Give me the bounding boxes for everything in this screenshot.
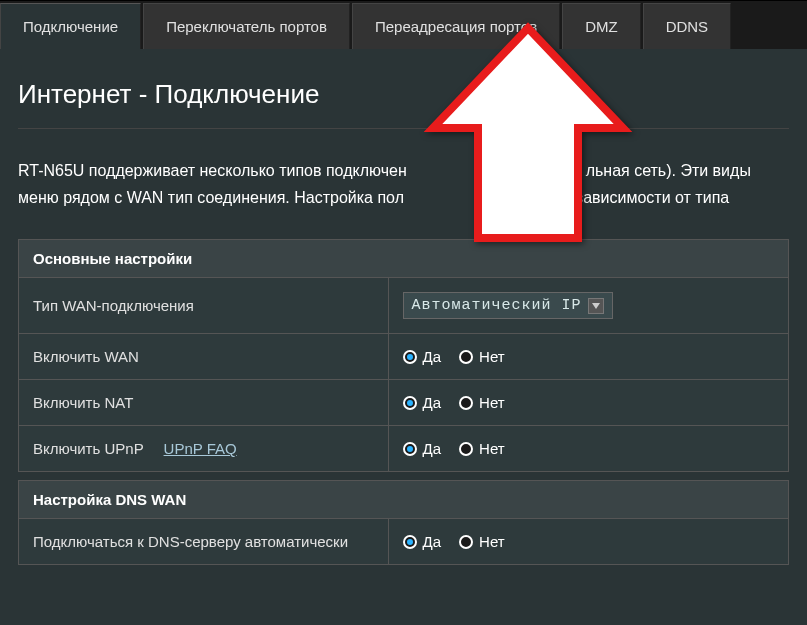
radio-label-yes: Да xyxy=(423,348,442,365)
enable-upnp-radio-group: Да Нет xyxy=(403,440,774,457)
dns-settings-header: Настройка DNS WAN xyxy=(19,481,789,519)
radio-label-no: Нет xyxy=(479,348,505,365)
wan-type-select[interactable]: Автоматический IP xyxy=(403,292,613,319)
content-area: Интернет - Подключение RT-N65U поддержив… xyxy=(0,49,807,565)
radio-label-yes: Да xyxy=(423,533,442,550)
desc-part3: меню рядом с WAN тип соединения. Настрой… xyxy=(18,189,404,206)
desc-part4: в зависимости от типа xyxy=(563,189,729,206)
enable-wan-label: Включить WAN xyxy=(19,334,389,380)
dns-settings-table: Настройка DNS WAN Подключаться к DNS-сер… xyxy=(18,480,789,565)
basic-settings-table: Основные настройки Тип WAN-подключения А… xyxy=(18,239,789,472)
tab-connection[interactable]: Подключение xyxy=(0,3,141,49)
radio-label-yes: Да xyxy=(423,440,442,457)
enable-wan-yes-radio[interactable] xyxy=(403,350,417,364)
basic-settings-header: Основные настройки xyxy=(19,240,789,278)
enable-upnp-label: Включить UPnP xyxy=(33,440,143,457)
enable-upnp-cell: Включить UPnP UPnP FAQ xyxy=(19,426,389,472)
tab-port-forwarding[interactable]: Переадресация портов xyxy=(352,3,560,49)
enable-nat-label: Включить NAT xyxy=(19,380,389,426)
wan-type-value: Автоматический IP xyxy=(412,297,582,314)
radio-label-no: Нет xyxy=(479,394,505,411)
enable-upnp-no-radio[interactable] xyxy=(459,442,473,456)
tab-ddns[interactable]: DDNS xyxy=(643,3,732,49)
desc-part2: льная сеть). Эти виды xyxy=(586,162,751,179)
desc-part1: RT-N65U поддерживает несколько типов под… xyxy=(18,162,407,179)
radio-label-no: Нет xyxy=(479,533,505,550)
enable-wan-no-radio[interactable] xyxy=(459,350,473,364)
enable-nat-no-radio[interactable] xyxy=(459,396,473,410)
radio-label-no: Нет xyxy=(479,440,505,457)
page-title: Интернет - Подключение xyxy=(18,79,789,129)
enable-wan-radio-group: Да Нет xyxy=(403,348,774,365)
upnp-faq-link[interactable]: UPnP FAQ xyxy=(164,440,237,457)
enable-nat-radio-group: Да Нет xyxy=(403,394,774,411)
radio-label-yes: Да xyxy=(423,394,442,411)
tab-dmz[interactable]: DMZ xyxy=(562,3,641,49)
enable-upnp-yes-radio[interactable] xyxy=(403,442,417,456)
auto-dns-no-radio[interactable] xyxy=(459,535,473,549)
auto-dns-label: Подключаться к DNS-серверу автоматически xyxy=(19,519,389,565)
description-text: RT-N65U поддерживает несколько типов под… xyxy=(18,157,789,211)
auto-dns-radio-group: Да Нет xyxy=(403,533,774,550)
auto-dns-yes-radio[interactable] xyxy=(403,535,417,549)
enable-nat-yes-radio[interactable] xyxy=(403,396,417,410)
wan-type-label: Тип WAN-подключения xyxy=(19,278,389,334)
tab-port-trigger[interactable]: Переключатель портов xyxy=(143,3,350,49)
dropdown-arrow-icon xyxy=(588,298,604,314)
tab-bar: Подключение Переключатель портов Переадр… xyxy=(0,0,807,49)
